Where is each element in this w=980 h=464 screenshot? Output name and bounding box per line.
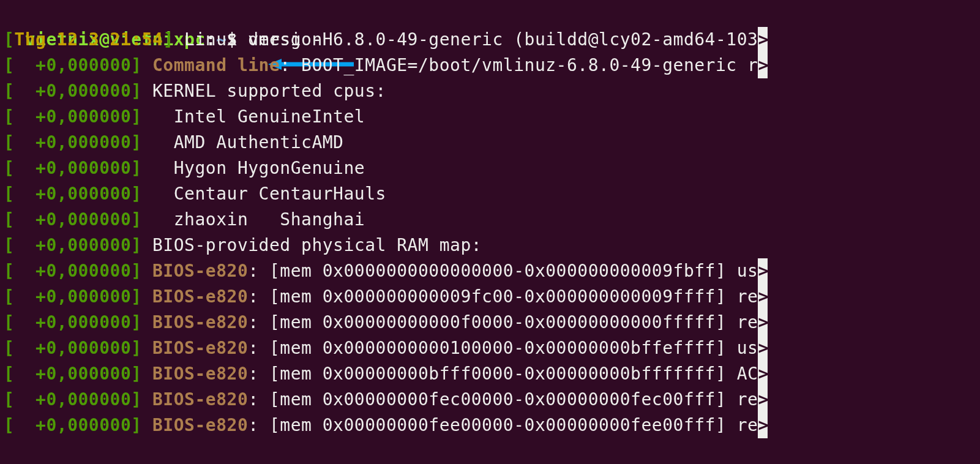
log-message: BOOT_IMAGE=/boot/vmlinuz-6.8.0-49-generi…: [301, 55, 758, 75]
log-line: [ +0,000000] KERNEL supported cpus:: [4, 78, 976, 104]
timestamp-bracket-close: ]: [131, 209, 141, 230]
pad: [142, 184, 152, 204]
log-line: [ +0,000000] Centaur CentaurHauls: [4, 181, 976, 207]
truncation-marker: >: [758, 310, 768, 335]
subsystem-tag: BIOS-e820: [152, 286, 248, 307]
subsystem-tag: BIOS-e820: [152, 261, 248, 281]
timestamp-bracket-open: [: [4, 312, 14, 332]
log-message: BIOS-provided physical RAM map:: [152, 235, 482, 255]
timestamp-bracket-close: ]: [131, 261, 141, 281]
log-line: [ +0,000000] Hygon HygonGenuine: [4, 155, 976, 181]
subsystem-tag: BIOS-e820: [152, 415, 248, 435]
timestamp: +0,000000: [14, 81, 131, 101]
timestamp-bracket-open: [: [4, 235, 14, 255]
pad: [142, 312, 152, 332]
timestamp: +0,000000: [14, 184, 131, 204]
pad: [142, 286, 152, 307]
timestamp: +0,000000: [14, 209, 131, 230]
truncation-marker: >: [758, 27, 768, 53]
pad: [142, 338, 152, 358]
subsystem-colon: :: [248, 364, 269, 384]
subsystem-tag: BIOS-e820: [152, 312, 248, 332]
truncation-marker: >: [758, 387, 768, 413]
log-line: [ +0,000000] BIOS-e820: [mem 0x000000000…: [4, 284, 976, 310]
timestamp-bracket-open: [: [4, 158, 14, 178]
log-message: [mem 0x00000000fec00000-0x00000000fec00f…: [269, 389, 758, 410]
log-line: [ +0,000000] Command line: BOOT_IMAGE=/b…: [4, 53, 976, 78]
subsystem-colon: :: [248, 415, 269, 435]
pad: [142, 209, 152, 230]
timestamp-bracket-open: [: [4, 29, 14, 50]
truncation-marker: >: [758, 284, 768, 310]
timestamp: +0,000000: [14, 107, 131, 127]
timestamp: +0,000000: [14, 389, 131, 410]
timestamp-bracket-open: [: [4, 55, 14, 75]
subsystem-tag: BIOS-e820: [152, 364, 248, 384]
log-message: [mem 0x00000000fee00000-0x00000000fee00f…: [269, 415, 758, 435]
timestamp-bracket-close: ]: [131, 286, 141, 307]
timestamp-bracket-close: ]: [131, 158, 141, 178]
timestamp-bracket-open: [: [4, 415, 14, 435]
timestamp: +0,000000: [14, 364, 131, 384]
subsystem-tag: Command line: [152, 55, 280, 75]
timestamp: +0,000000: [14, 158, 131, 178]
log-line: [ +0,000000] BIOS-e820: [mem 0x00000000b…: [4, 361, 976, 387]
timestamp-bracket-open: [: [4, 261, 14, 281]
dmesg-output[interactable]: [Thg 12 3 21:54] Linux version 6.8.0-49-…: [4, 27, 976, 438]
log-message: Intel GenuineIntel: [152, 107, 365, 127]
truncation-marker: >: [758, 53, 768, 78]
timestamp-bracket-close: ]: [131, 55, 141, 75]
timestamp-bracket-open: [: [4, 184, 14, 204]
timestamp: +0,000000: [14, 312, 131, 332]
timestamp-bracket-close: ]: [131, 364, 141, 384]
timestamp: +0,000000: [14, 261, 131, 281]
timestamp: Thg 12 3 21:54: [14, 29, 163, 50]
log-message: KERNEL supported cpus:: [152, 81, 386, 101]
timestamp-bracket-close: ]: [131, 132, 141, 152]
timestamp: +0,000000: [14, 55, 131, 75]
timestamp-bracket-close: ]: [131, 107, 141, 127]
subsystem-colon: :: [248, 338, 269, 358]
pad: [142, 132, 152, 152]
timestamp: +0,000000: [14, 235, 131, 255]
arrow-annotation-icon: [268, 6, 354, 20]
timestamp-bracket-close: ]: [131, 81, 141, 101]
timestamp-bracket-open: [: [4, 132, 14, 152]
truncation-marker: >: [758, 413, 768, 438]
log-line: [ +0,000000] BIOS-e820: [mem 0x000000000…: [4, 258, 976, 284]
log-line: [Thg 12 3 21:54] Linux version 6.8.0-49-…: [4, 27, 976, 53]
timestamp-bracket-open: [: [4, 209, 14, 230]
subsystem-colon: :: [248, 389, 269, 410]
timestamp-bracket-close: ]: [131, 235, 141, 255]
log-line: [ +0,000000] BIOS-e820: [mem 0x000000000…: [4, 335, 976, 361]
subsystem-tag: BIOS-e820: [152, 338, 248, 358]
pad: [142, 158, 152, 178]
timestamp-bracket-open: [: [4, 389, 14, 410]
timestamp-bracket-close: ]: [131, 184, 141, 204]
pad: [142, 235, 152, 255]
truncation-marker: >: [758, 361, 768, 387]
pad: [142, 261, 152, 281]
pad: [142, 55, 152, 75]
timestamp-bracket-close: ]: [131, 338, 141, 358]
pad: [142, 415, 152, 435]
timestamp: +0,000000: [14, 338, 131, 358]
log-line: [ +0,000000] AMD AuthenticAMD: [4, 130, 976, 155]
timestamp: +0,000000: [14, 132, 131, 152]
log-line: [ +0,000000] BIOS-e820: [mem 0x00000000f…: [4, 387, 976, 413]
timestamp-bracket-open: [: [4, 338, 14, 358]
pad: [142, 389, 152, 410]
log-message: [mem 0x00000000000f0000-0x00000000000fff…: [269, 312, 758, 332]
subsystem-colon: :: [280, 55, 301, 75]
log-line: [ +0,000000] BIOS-provided physical RAM …: [4, 233, 976, 258]
timestamp-bracket-close: ]: [131, 389, 141, 410]
pad: [174, 29, 184, 50]
prompt-line[interactable]: vietnix@vietnixpc:~$ dmesg -H: [4, 1, 976, 27]
truncation-marker: >: [758, 335, 768, 361]
pad: [142, 107, 152, 127]
log-message: zhaoxin Shanghai: [152, 209, 365, 230]
subsystem-colon: :: [248, 261, 269, 281]
timestamp-bracket-close: ]: [163, 29, 173, 50]
timestamp-bracket-close: ]: [131, 312, 141, 332]
log-message: [mem 0x00000000bfff0000-0x00000000bfffff…: [269, 364, 758, 384]
